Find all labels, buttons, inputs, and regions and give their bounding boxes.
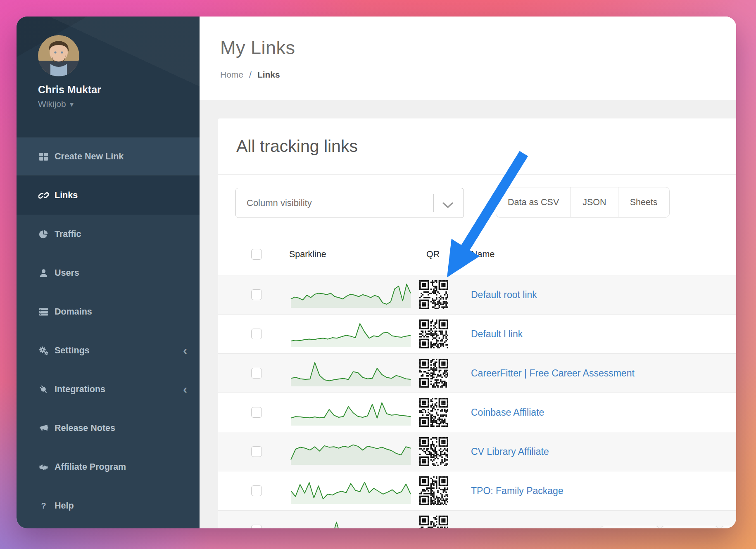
page-title: My Links xyxy=(220,37,736,59)
sidebar-item-label: Traffic xyxy=(55,229,81,239)
column-header-sparkline: Sparkline xyxy=(289,249,326,259)
export-button-group: Data as CSV JSON Sheets xyxy=(496,187,670,218)
qr-code-row-2[interactable] xyxy=(419,319,448,348)
table-row: Default l link xyxy=(218,315,736,354)
sidebar-item-label: Settings xyxy=(55,345,90,356)
link-name[interactable]: CV Library Affiliate xyxy=(471,446,549,457)
select-all-checkbox[interactable] xyxy=(251,249,262,260)
caret-down-icon: ▾ xyxy=(70,99,74,109)
row-checkbox[interactable] xyxy=(251,446,262,457)
export-sheets-button[interactable]: Sheets xyxy=(618,187,670,218)
sidebar-item-label: Create New Link xyxy=(55,151,124,162)
sidebar: Chris Muktar Wikijob ▾ Create New LinkLi… xyxy=(17,17,200,528)
row-checkbox[interactable] xyxy=(251,329,262,339)
row-checkbox[interactable] xyxy=(251,485,262,496)
avatar-photo xyxy=(38,35,79,76)
row-checkbox[interactable] xyxy=(251,525,262,528)
links-table: Sparkline QR Name Default root linkDefau… xyxy=(218,233,736,528)
workspace-switcher[interactable]: Wikijob ▾ xyxy=(38,99,200,109)
sparkline-chart xyxy=(289,320,412,348)
card-title: All tracking links xyxy=(236,137,358,156)
row-checkbox[interactable] xyxy=(251,407,262,418)
sparkline-chart xyxy=(289,516,412,528)
export-json-button[interactable]: JSON xyxy=(571,187,618,218)
sidebar-item-label: Release Notes xyxy=(55,423,115,433)
avatar[interactable] xyxy=(38,35,79,76)
qr-code-row-1[interactable] xyxy=(419,280,448,309)
table-row: Coinbase Affiliate xyxy=(218,393,736,432)
column-visibility-dropdown[interactable]: Column visibility xyxy=(235,188,464,218)
sidebar-item-integrations[interactable]: Integrations‹ xyxy=(17,370,200,409)
table-row: CV Library Affiliate xyxy=(218,432,736,471)
link-name[interactable]: Default root link xyxy=(471,289,537,301)
sparkline-chart xyxy=(289,281,412,308)
main-area: My Links Home / Links All tracking links… xyxy=(200,17,736,528)
sidebar-item-label: Integrations xyxy=(55,384,105,395)
link-name[interactable]: Default l link xyxy=(471,329,523,340)
export-csv-button[interactable]: Data as CSV xyxy=(496,187,571,218)
sidebar-item-domains[interactable]: Domains xyxy=(17,292,200,331)
pagination-button-cutoff[interactable] xyxy=(600,526,659,528)
page-header: My Links Home / Links xyxy=(200,17,736,100)
qr-code-row-7[interactable] xyxy=(419,516,448,528)
sidebar-item-label: Links xyxy=(55,190,78,201)
sidebar-item-release-notes[interactable]: Release Notes xyxy=(17,409,200,447)
sparkline-chart xyxy=(289,477,412,504)
pie-chart-icon xyxy=(38,229,49,240)
tracking-links-card: All tracking links Column visibility Dat… xyxy=(218,118,736,528)
app-window: Chris Muktar Wikijob ▾ Create New LinkLi… xyxy=(17,17,736,528)
question-icon: ? xyxy=(38,500,49,511)
user-name: Chris Muktar xyxy=(38,84,200,96)
qr-code-row-4[interactable] xyxy=(419,398,448,427)
table-header-row: Sparkline QR Name xyxy=(218,233,736,275)
table-row xyxy=(218,511,736,528)
sidebar-item-create-new-link[interactable]: Create New Link xyxy=(17,137,200,176)
pagination-button-cutoff[interactable] xyxy=(720,526,736,528)
breadcrumb-home[interactable]: Home xyxy=(220,70,243,80)
server-icon xyxy=(38,306,49,317)
sidebar-menu: Create New LinkLinksTrafficUsersDomainsS… xyxy=(17,137,200,525)
breadcrumb-current: Links xyxy=(257,70,280,80)
grid-icon xyxy=(38,151,49,162)
page-body: All tracking links Column visibility Dat… xyxy=(200,100,736,528)
qr-code-row-5[interactable] xyxy=(419,437,448,466)
qr-code-row-3[interactable] xyxy=(419,359,448,388)
table-row: TPO: Family Package xyxy=(218,471,736,511)
sparkline-chart xyxy=(289,438,412,465)
column-header-name: Name xyxy=(471,249,494,259)
pagination-button-cutoff[interactable] xyxy=(661,526,718,528)
breadcrumb-separator: / xyxy=(249,70,252,80)
sparkline-chart xyxy=(289,360,412,387)
screenshot-stage: Chris Muktar Wikijob ▾ Create New LinkLi… xyxy=(0,0,756,549)
qr-code-row-6[interactable] xyxy=(419,476,448,505)
sidebar-item-label: Help xyxy=(55,501,74,511)
sidebar-user-card: Chris Muktar Wikijob ▾ xyxy=(17,17,200,137)
table-row: CareerFitter | Free Career Assessment xyxy=(218,354,736,393)
sidebar-item-label: Users xyxy=(55,268,79,278)
breadcrumb: Home / Links xyxy=(220,70,736,80)
link-name[interactable]: TPO: Family Package xyxy=(471,485,563,497)
link-icon xyxy=(38,190,49,201)
sidebar-item-users[interactable]: Users xyxy=(17,253,200,292)
sparkline-chart xyxy=(289,399,412,426)
sidebar-item-label: Affiliate Program xyxy=(55,462,126,472)
megaphone-icon xyxy=(38,423,49,434)
chevron-down-icon xyxy=(442,200,454,211)
sidebar-item-links[interactable]: Links xyxy=(17,176,200,215)
dropdown-divider xyxy=(433,194,434,212)
sidebar-item-traffic[interactable]: Traffic xyxy=(17,215,200,253)
sidebar-item-label: Domains xyxy=(55,307,92,317)
sidebar-item-affiliate-program[interactable]: Affiliate Program xyxy=(17,447,200,486)
table-toolbar: Column visibility Data as CSV JSON Sheet… xyxy=(218,175,736,233)
link-name[interactable]: Coinbase Affiliate xyxy=(471,407,544,418)
plug-icon xyxy=(38,384,49,395)
svg-text:?: ? xyxy=(41,501,46,510)
workspace-name: Wikijob xyxy=(38,99,66,109)
sidebar-item-help[interactable]: ?Help xyxy=(17,486,200,525)
row-checkbox[interactable] xyxy=(251,368,262,379)
column-visibility-label: Column visibility xyxy=(247,198,312,208)
link-name[interactable]: CareerFitter | Free Career Assessment xyxy=(471,368,635,379)
sidebar-item-settings[interactable]: Settings‹ xyxy=(17,331,200,370)
row-checkbox[interactable] xyxy=(251,289,262,300)
gears-icon xyxy=(38,345,49,356)
